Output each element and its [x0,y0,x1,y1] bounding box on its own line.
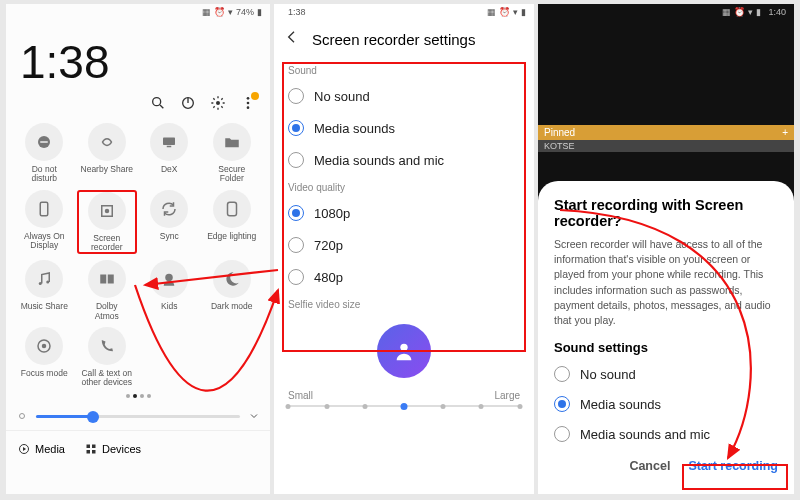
wifi-icon: ▾ [228,7,233,17]
edge-icon [213,190,251,228]
tile-kids[interactable]: Kids [139,260,200,321]
call-icon [88,327,126,365]
option-label: No sound [314,89,370,104]
radio-icon [288,269,304,285]
svg-rect-26 [92,444,96,448]
sheet-body: Screen recorder will have access to all … [554,237,778,328]
tile-dnd[interactable]: Do notdisturb [14,123,75,184]
gear-icon[interactable] [210,95,226,115]
tile-share[interactable]: Nearby Share [77,123,138,184]
tile-label: Call & text onother devices [81,369,132,388]
tile-folder[interactable]: SecureFolder [202,123,263,184]
battery-icon: ▮ [521,7,526,17]
page-dots [6,388,270,404]
music-icon [25,260,63,298]
media-button[interactable]: Media [18,443,65,455]
more-icon[interactable] [240,95,256,115]
option-label: 720p [314,238,343,253]
status-bar: 1:38 ▦ ⏰ ▾ ▮ [274,4,534,17]
share-icon [88,123,126,161]
aod-icon [25,190,63,228]
dolby-icon [88,260,126,298]
svg-point-6 [247,102,250,105]
tile-focus[interactable]: Focus mode [14,327,75,388]
cancel-button[interactable]: Cancel [629,459,670,473]
sheet-sound-option[interactable]: Media sounds and mic [554,419,778,449]
svg-line-1 [160,105,163,108]
tile-label: Always OnDisplay [24,232,65,251]
selfie-slider[interactable] [288,405,520,407]
tile-label: Screenrecorder [91,234,123,253]
section-video: Video quality [274,176,534,197]
small-label: Small [288,390,313,401]
tile-label: DeX [161,165,178,183]
tile-edge[interactable]: Edge lighting [202,190,263,255]
svg-point-5 [247,97,250,100]
sheet-sound-option[interactable]: Media sounds [554,389,778,419]
option-label: Media sounds [580,397,661,412]
status-time: 1:38 [288,7,306,17]
radio-icon [554,366,570,382]
tile-recorder[interactable]: Screenrecorder [77,190,138,255]
sound-option[interactable]: Media sounds and mic [274,144,534,176]
svg-point-20 [166,274,174,282]
option-label: Media sounds and mic [580,427,710,442]
sheet-sound-option[interactable]: No sound [554,359,778,389]
battery-pct: 74% [236,7,254,17]
power-icon[interactable] [180,95,196,115]
svg-point-22 [42,344,47,349]
sync-icon [150,190,188,228]
sound-option[interactable]: Media sounds [274,112,534,144]
screen-recorder-settings: 1:38 ▦ ⏰ ▾ ▮ Screen recorder settings So… [274,4,534,494]
svg-point-0 [153,98,161,106]
confirm-sheet: Start recording with Screen recorder? Sc… [538,181,794,494]
tile-music[interactable]: Music Share [14,260,75,321]
kotse-bar: KOTSE [538,140,794,152]
devices-button[interactable]: Devices [85,443,141,455]
tile-aod[interactable]: Always OnDisplay [14,190,75,255]
svg-rect-25 [86,444,90,448]
start-recording-button[interactable]: Start recording [688,459,778,473]
brightness-slider[interactable] [6,404,270,430]
focus-icon [25,327,63,365]
tile-dex[interactable]: DeX [139,123,200,184]
section-sound: Sound [274,59,534,80]
radio-icon [288,237,304,253]
tile-label: Edge lighting [207,232,256,250]
search-icon[interactable] [150,95,166,115]
option-label: No sound [580,367,636,382]
status-time: 1:40 [768,7,786,17]
tile-label: Sync [160,232,179,250]
tile-dark[interactable]: Dark mode [202,260,263,321]
pinned-bar: Pinned+ [538,125,794,140]
svg-point-29 [400,344,407,351]
battery-icon: ▮ [257,7,262,17]
tile-label: Kids [161,302,178,320]
svg-rect-27 [86,450,90,454]
radio-icon [288,152,304,168]
tile-dolby[interactable]: DolbyAtmos [77,260,138,321]
radio-icon [554,426,570,442]
dark-icon [213,260,251,298]
recorder-icon [88,192,126,230]
video-option[interactable]: 1080p [274,197,534,229]
dnd-icon [25,123,63,161]
sound-option[interactable]: No sound [274,80,534,112]
back-icon[interactable] [284,29,300,49]
tile-label: DolbyAtmos [95,302,119,321]
sheet-title: Start recording with Screen recorder? [554,197,778,229]
tile-label: SecureFolder [218,165,245,184]
selfie-size-control: SmallLarge [274,314,534,417]
svg-point-4 [216,101,220,105]
toolbar [6,91,270,123]
settings-header: Screen recorder settings [274,17,534,59]
video-option[interactable]: 720p [274,229,534,261]
tile-label: Do notdisturb [31,165,57,184]
video-option[interactable]: 480p [274,261,534,293]
tile-label: Music Share [21,302,68,320]
chevron-down-icon[interactable] [248,408,260,426]
svg-rect-12 [41,202,49,216]
folder-icon [213,123,251,161]
tile-call[interactable]: Call & text onother devices [77,327,138,388]
tile-sync[interactable]: Sync [139,190,200,255]
